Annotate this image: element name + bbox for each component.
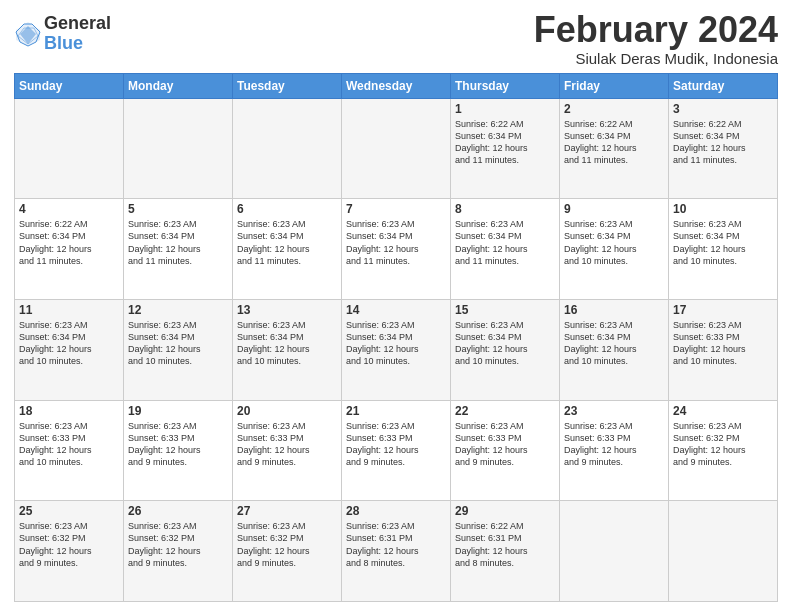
calendar-cell: 7Sunrise: 6:23 AMSunset: 6:34 PMDaylight… bbox=[342, 199, 451, 300]
calendar-cell: 12Sunrise: 6:23 AMSunset: 6:34 PMDayligh… bbox=[124, 299, 233, 400]
day-info: Sunrise: 6:23 AMSunset: 6:32 PMDaylight:… bbox=[19, 520, 119, 569]
day-number: 14 bbox=[346, 303, 446, 317]
calendar-body: 1Sunrise: 6:22 AMSunset: 6:34 PMDaylight… bbox=[15, 98, 778, 601]
day-number: 12 bbox=[128, 303, 228, 317]
day-number: 1 bbox=[455, 102, 555, 116]
calendar-cell: 26Sunrise: 6:23 AMSunset: 6:32 PMDayligh… bbox=[124, 501, 233, 602]
day-info: Sunrise: 6:23 AMSunset: 6:32 PMDaylight:… bbox=[237, 520, 337, 569]
day-number: 8 bbox=[455, 202, 555, 216]
day-info: Sunrise: 6:23 AMSunset: 6:32 PMDaylight:… bbox=[673, 420, 773, 469]
calendar-cell: 8Sunrise: 6:23 AMSunset: 6:34 PMDaylight… bbox=[451, 199, 560, 300]
day-info: Sunrise: 6:22 AMSunset: 6:34 PMDaylight:… bbox=[564, 118, 664, 167]
calendar-cell: 4Sunrise: 6:22 AMSunset: 6:34 PMDaylight… bbox=[15, 199, 124, 300]
day-info: Sunrise: 6:23 AMSunset: 6:34 PMDaylight:… bbox=[673, 218, 773, 267]
calendar-cell: 6Sunrise: 6:23 AMSunset: 6:34 PMDaylight… bbox=[233, 199, 342, 300]
day-number: 6 bbox=[237, 202, 337, 216]
day-info: Sunrise: 6:23 AMSunset: 6:31 PMDaylight:… bbox=[346, 520, 446, 569]
calendar-cell: 16Sunrise: 6:23 AMSunset: 6:34 PMDayligh… bbox=[560, 299, 669, 400]
calendar-cell: 10Sunrise: 6:23 AMSunset: 6:34 PMDayligh… bbox=[669, 199, 778, 300]
calendar-cell: 27Sunrise: 6:23 AMSunset: 6:32 PMDayligh… bbox=[233, 501, 342, 602]
day-info: Sunrise: 6:23 AMSunset: 6:34 PMDaylight:… bbox=[237, 218, 337, 267]
page: General Blue February 2024 Siulak Deras … bbox=[0, 0, 792, 612]
weekday-header: Tuesday bbox=[233, 73, 342, 98]
logo: General Blue bbox=[14, 14, 111, 54]
calendar-cell: 15Sunrise: 6:23 AMSunset: 6:34 PMDayligh… bbox=[451, 299, 560, 400]
day-info: Sunrise: 6:23 AMSunset: 6:34 PMDaylight:… bbox=[346, 218, 446, 267]
logo-blue: Blue bbox=[44, 34, 111, 54]
calendar-cell: 23Sunrise: 6:23 AMSunset: 6:33 PMDayligh… bbox=[560, 400, 669, 501]
day-info: Sunrise: 6:23 AMSunset: 6:34 PMDaylight:… bbox=[237, 319, 337, 368]
calendar-cell: 14Sunrise: 6:23 AMSunset: 6:34 PMDayligh… bbox=[342, 299, 451, 400]
title-block: February 2024 Siulak Deras Mudik, Indone… bbox=[534, 10, 778, 67]
day-info: Sunrise: 6:23 AMSunset: 6:34 PMDaylight:… bbox=[564, 218, 664, 267]
day-number: 4 bbox=[19, 202, 119, 216]
day-info: Sunrise: 6:22 AMSunset: 6:34 PMDaylight:… bbox=[455, 118, 555, 167]
day-number: 28 bbox=[346, 504, 446, 518]
day-info: Sunrise: 6:23 AMSunset: 6:34 PMDaylight:… bbox=[19, 319, 119, 368]
calendar-cell: 9Sunrise: 6:23 AMSunset: 6:34 PMDaylight… bbox=[560, 199, 669, 300]
calendar-cell: 20Sunrise: 6:23 AMSunset: 6:33 PMDayligh… bbox=[233, 400, 342, 501]
day-info: Sunrise: 6:23 AMSunset: 6:33 PMDaylight:… bbox=[673, 319, 773, 368]
day-info: Sunrise: 6:23 AMSunset: 6:33 PMDaylight:… bbox=[564, 420, 664, 469]
day-info: Sunrise: 6:23 AMSunset: 6:34 PMDaylight:… bbox=[128, 319, 228, 368]
day-info: Sunrise: 6:22 AMSunset: 6:34 PMDaylight:… bbox=[673, 118, 773, 167]
calendar-cell: 17Sunrise: 6:23 AMSunset: 6:33 PMDayligh… bbox=[669, 299, 778, 400]
calendar-cell bbox=[342, 98, 451, 199]
day-number: 15 bbox=[455, 303, 555, 317]
day-number: 26 bbox=[128, 504, 228, 518]
day-number: 13 bbox=[237, 303, 337, 317]
calendar-cell: 22Sunrise: 6:23 AMSunset: 6:33 PMDayligh… bbox=[451, 400, 560, 501]
day-number: 5 bbox=[128, 202, 228, 216]
day-number: 18 bbox=[19, 404, 119, 418]
calendar-week-row: 11Sunrise: 6:23 AMSunset: 6:34 PMDayligh… bbox=[15, 299, 778, 400]
calendar-cell: 2Sunrise: 6:22 AMSunset: 6:34 PMDaylight… bbox=[560, 98, 669, 199]
day-number: 19 bbox=[128, 404, 228, 418]
day-info: Sunrise: 6:23 AMSunset: 6:34 PMDaylight:… bbox=[455, 218, 555, 267]
calendar-week-row: 1Sunrise: 6:22 AMSunset: 6:34 PMDaylight… bbox=[15, 98, 778, 199]
calendar-cell: 28Sunrise: 6:23 AMSunset: 6:31 PMDayligh… bbox=[342, 501, 451, 602]
weekday-header: Monday bbox=[124, 73, 233, 98]
calendar-cell: 21Sunrise: 6:23 AMSunset: 6:33 PMDayligh… bbox=[342, 400, 451, 501]
calendar-cell: 1Sunrise: 6:22 AMSunset: 6:34 PMDaylight… bbox=[451, 98, 560, 199]
header: General Blue February 2024 Siulak Deras … bbox=[14, 10, 778, 67]
calendar-cell bbox=[15, 98, 124, 199]
calendar-cell: 18Sunrise: 6:23 AMSunset: 6:33 PMDayligh… bbox=[15, 400, 124, 501]
calendar-cell: 5Sunrise: 6:23 AMSunset: 6:34 PMDaylight… bbox=[124, 199, 233, 300]
day-number: 7 bbox=[346, 202, 446, 216]
calendar-week-row: 18Sunrise: 6:23 AMSunset: 6:33 PMDayligh… bbox=[15, 400, 778, 501]
day-number: 17 bbox=[673, 303, 773, 317]
logo-icon bbox=[14, 20, 42, 48]
day-info: Sunrise: 6:23 AMSunset: 6:34 PMDaylight:… bbox=[346, 319, 446, 368]
calendar-cell bbox=[124, 98, 233, 199]
day-number: 9 bbox=[564, 202, 664, 216]
day-number: 11 bbox=[19, 303, 119, 317]
day-number: 25 bbox=[19, 504, 119, 518]
weekday-header: Sunday bbox=[15, 73, 124, 98]
day-info: Sunrise: 6:23 AMSunset: 6:33 PMDaylight:… bbox=[455, 420, 555, 469]
day-info: Sunrise: 6:22 AMSunset: 6:34 PMDaylight:… bbox=[19, 218, 119, 267]
day-number: 27 bbox=[237, 504, 337, 518]
weekday-header: Wednesday bbox=[342, 73, 451, 98]
calendar-week-row: 25Sunrise: 6:23 AMSunset: 6:32 PMDayligh… bbox=[15, 501, 778, 602]
day-number: 21 bbox=[346, 404, 446, 418]
calendar-header: SundayMondayTuesdayWednesdayThursdayFrid… bbox=[15, 73, 778, 98]
subtitle: Siulak Deras Mudik, Indonesia bbox=[534, 50, 778, 67]
calendar-cell: 29Sunrise: 6:22 AMSunset: 6:31 PMDayligh… bbox=[451, 501, 560, 602]
logo-general: General bbox=[44, 14, 111, 34]
calendar-cell bbox=[233, 98, 342, 199]
day-info: Sunrise: 6:23 AMSunset: 6:33 PMDaylight:… bbox=[128, 420, 228, 469]
day-number: 2 bbox=[564, 102, 664, 116]
calendar-cell bbox=[669, 501, 778, 602]
logo-text: General Blue bbox=[44, 14, 111, 54]
calendar-cell: 24Sunrise: 6:23 AMSunset: 6:32 PMDayligh… bbox=[669, 400, 778, 501]
day-info: Sunrise: 6:23 AMSunset: 6:33 PMDaylight:… bbox=[237, 420, 337, 469]
calendar-cell: 3Sunrise: 6:22 AMSunset: 6:34 PMDaylight… bbox=[669, 98, 778, 199]
day-info: Sunrise: 6:23 AMSunset: 6:34 PMDaylight:… bbox=[564, 319, 664, 368]
day-info: Sunrise: 6:23 AMSunset: 6:33 PMDaylight:… bbox=[346, 420, 446, 469]
calendar-cell: 19Sunrise: 6:23 AMSunset: 6:33 PMDayligh… bbox=[124, 400, 233, 501]
day-number: 22 bbox=[455, 404, 555, 418]
main-title: February 2024 bbox=[534, 10, 778, 50]
day-info: Sunrise: 6:23 AMSunset: 6:32 PMDaylight:… bbox=[128, 520, 228, 569]
weekday-header: Thursday bbox=[451, 73, 560, 98]
day-number: 10 bbox=[673, 202, 773, 216]
